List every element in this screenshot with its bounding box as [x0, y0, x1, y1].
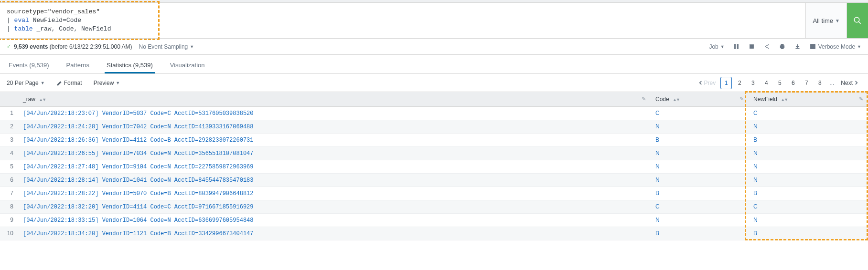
export-button[interactable]	[794, 43, 801, 50]
pagination: Prev 1 2 3 4 5 6 7 8 ... Next	[696, 77, 861, 89]
cell-newfield[interactable]: B	[749, 134, 868, 147]
cell-code[interactable]: N	[651, 174, 749, 187]
cell-code[interactable]: C	[651, 107, 749, 120]
pager-prev-label: Prev	[704, 80, 716, 86]
row-index: 1	[0, 107, 18, 120]
preview-label: Preview	[94, 80, 114, 86]
tab-patterns[interactable]: Patterns	[64, 62, 91, 73]
cell-code[interactable]: B	[651, 187, 749, 200]
search-input[interactable]: sourcetype="vendor_sales" | eval NewFiel…	[0, 3, 806, 38]
cell-raw[interactable]: [04/Jun/2022:18:28:22] VendorID=5070 Cod…	[18, 187, 651, 200]
cell-newfield[interactable]: N	[749, 160, 868, 174]
table-row: 6[04/Jun/2022:18:28:14] VendorID=1041 Co…	[0, 174, 868, 187]
edit-column-icon[interactable]: ✎	[642, 96, 646, 102]
time-range-picker[interactable]: All time ▼	[806, 3, 847, 38]
search-bar-row: sourcetype="vendor_sales" | eval NewFiel…	[0, 3, 868, 39]
cell-newfield[interactable]: B	[749, 187, 868, 200]
cell-newfield[interactable]: C	[749, 200, 868, 214]
cell-newfield[interactable]: N	[749, 147, 868, 160]
check-icon: ✓	[7, 43, 11, 50]
format-dropdown[interactable]: Format	[56, 80, 82, 86]
per-page-dropdown[interactable]: 20 Per Page ▼	[7, 80, 45, 86]
pager-page-5[interactable]: 5	[774, 77, 785, 89]
cell-code[interactable]: N	[651, 160, 749, 174]
cell-raw[interactable]: [04/Jun/2022:18:26:36] VendorID=4112 Cod…	[18, 134, 651, 147]
search-mode-label: Verbose Mode	[818, 43, 855, 50]
cell-raw[interactable]: [04/Jun/2022:18:34:20] VendorID=1121 Cod…	[18, 227, 651, 240]
tab-events[interactable]: Events (9,539)	[7, 62, 51, 73]
preview-dropdown[interactable]: Preview ▼	[94, 80, 120, 86]
pager-page-8[interactable]: 8	[814, 77, 825, 89]
job-menu[interactable]: Job ▼	[709, 43, 724, 50]
svg-rect-7	[781, 48, 783, 49]
cell-raw[interactable]: [04/Jun/2022:18:27:48] VendorID=9104 Cod…	[18, 160, 651, 174]
cell-raw[interactable]: [04/Jun/2022:18:33:15] VendorID=1064 Cod…	[18, 214, 651, 227]
cell-newfield[interactable]: N	[749, 120, 868, 134]
spl-command-table: table	[14, 25, 33, 32]
cell-newfield[interactable]: N	[749, 214, 868, 227]
event-sampling-dropdown[interactable]: No Event Sampling ▼	[139, 43, 194, 50]
tab-visualization[interactable]: Visualization	[168, 62, 207, 73]
pause-button[interactable]	[733, 43, 740, 50]
stop-button[interactable]	[749, 43, 755, 50]
table-row: 7[04/Jun/2022:18:28:22] VendorID=5070 Co…	[0, 187, 868, 200]
pager-page-7[interactable]: 7	[801, 77, 812, 89]
cell-raw[interactable]: [04/Jun/2022:18:32:20] VendorID=4114 Cod…	[18, 200, 651, 214]
svg-line-1	[858, 21, 861, 24]
row-index: 3	[0, 134, 18, 147]
row-index: 5	[0, 160, 18, 174]
run-search-button[interactable]	[847, 3, 868, 38]
cell-raw[interactable]: [04/Jun/2022:18:23:07] VendorID=5037 Cod…	[18, 107, 651, 120]
share-button[interactable]	[764, 43, 771, 50]
col-header-code-label: Code	[655, 96, 669, 103]
col-header-newfield-label: NewField	[753, 96, 777, 103]
sort-icon: ▲▼	[39, 97, 45, 102]
event-sampling-label: No Event Sampling	[139, 43, 188, 50]
table-row: 1[04/Jun/2022:18:23:07] VendorID=5037 Co…	[0, 107, 868, 120]
pager-page-1[interactable]: 1	[720, 77, 732, 89]
edit-column-icon[interactable]: ✎	[739, 96, 744, 102]
pager-page-4[interactable]: 4	[761, 77, 772, 89]
cell-raw[interactable]: [04/Jun/2022:18:28:14] VendorID=1041 Cod…	[18, 174, 651, 187]
cell-raw[interactable]: [04/Jun/2022:18:24:28] VendorID=7042 Cod…	[18, 120, 651, 134]
row-index: 9	[0, 214, 18, 227]
results-table: _raw ▲▼ ✎ Code ▲▼ ✎ NewField ▲▼ ✎	[0, 92, 868, 240]
col-header-newfield[interactable]: NewField ▲▼ ✎	[749, 92, 868, 107]
job-status-bar: ✓ 9,539 events (before 6/13/22 2:39:51.0…	[0, 39, 868, 55]
row-index: 6	[0, 174, 18, 187]
tab-statistics[interactable]: Statistics (9,539)	[105, 62, 155, 73]
edit-column-icon[interactable]: ✎	[859, 96, 863, 102]
col-header-index	[0, 92, 18, 107]
format-icon	[56, 80, 62, 86]
cell-code[interactable]: C	[651, 200, 749, 214]
col-header-raw[interactable]: _raw ▲▼ ✎	[18, 92, 651, 107]
print-button[interactable]	[779, 43, 786, 50]
row-index: 2	[0, 120, 18, 134]
cell-code[interactable]: N	[651, 120, 749, 134]
cell-newfield[interactable]: C	[749, 107, 868, 120]
results-toolbar: 20 Per Page ▼ Format Preview ▼ Prev 1 2 …	[0, 74, 868, 92]
svg-rect-6	[781, 44, 783, 46]
spl-command-eval: eval	[14, 17, 29, 24]
cell-code[interactable]: B	[651, 227, 749, 240]
row-index: 7	[0, 187, 18, 200]
col-header-raw-label: _raw	[23, 96, 35, 103]
pager-page-6[interactable]: 6	[787, 77, 799, 89]
event-count: 9,539 events (before 6/13/22 2:39:51.000…	[14, 43, 132, 50]
row-index: 8	[0, 200, 18, 214]
pager-next[interactable]: Next	[838, 77, 861, 89]
col-header-code[interactable]: Code ▲▼ ✎	[651, 92, 749, 107]
cell-code[interactable]: N	[651, 214, 749, 227]
cell-newfield[interactable]: B	[749, 227, 868, 240]
pager-page-2[interactable]: 2	[734, 77, 745, 89]
pager-ellipsis: ...	[827, 80, 836, 86]
search-mode-dropdown[interactable]: Verbose Mode ▼	[810, 43, 861, 50]
caret-down-icon: ▼	[190, 44, 194, 49]
cell-code[interactable]: B	[651, 134, 749, 147]
table-row: 9[04/Jun/2022:18:33:15] VendorID=1064 Co…	[0, 214, 868, 227]
pager-page-3[interactable]: 3	[747, 77, 759, 89]
cell-raw[interactable]: [04/Jun/2022:18:26:55] VendorID=7034 Cod…	[18, 147, 651, 160]
search-text: _raw, Code, NewField	[33, 25, 111, 32]
cell-newfield[interactable]: N	[749, 174, 868, 187]
cell-code[interactable]: N	[651, 147, 749, 160]
